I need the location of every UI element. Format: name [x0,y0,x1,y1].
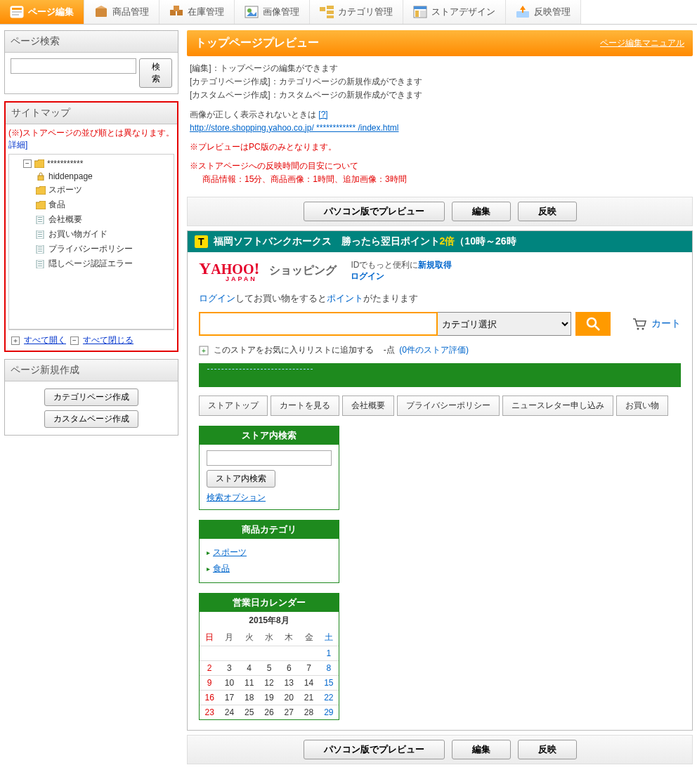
tree-item[interactable]: 食品 [36,197,172,212]
store-search-button[interactable] [575,312,611,336]
search-icon [586,317,600,331]
collapse-icon[interactable]: − [70,337,79,345]
store-tab[interactable]: カートを見る [271,396,339,416]
tree-item[interactable]: 会社概要 [36,212,172,227]
calendar-day[interactable]: 6 [279,661,299,676]
expand-icon[interactable]: ＋ [11,337,20,345]
calendar-day[interactable]: 1 [319,646,339,661]
reflect-button[interactable]: 反映 [518,740,577,759]
calendar-day[interactable]: 18 [240,691,259,705]
tree-item-label: スポーツ [48,184,82,196]
calendar-day[interactable] [259,646,279,661]
calendar-day[interactable]: 17 [219,691,239,705]
page-search-input[interactable] [11,58,136,74]
tree-root-node[interactable]: − *********** [23,157,172,170]
preview-pc-button[interactable]: パソコン版でプレビュー [304,740,445,759]
calendar-day[interactable]: 27 [279,705,299,720]
help-link[interactable]: [?] [318,110,327,119]
calendar-day[interactable]: 24 [219,705,239,720]
store-tab[interactable]: ニュースレター申し込み [502,396,613,416]
calendar-dow: 水 [259,629,279,646]
calendar-day[interactable] [299,646,318,661]
nav-inventory[interactable]: 在庫管理 [159,0,235,24]
create-custom-page-button[interactable]: カスタムページ作成 [44,410,138,428]
tree-item[interactable]: 隠しページ認証エラー [36,256,172,271]
calendar-day[interactable]: 23 [200,705,219,720]
nav-page-edit[interactable]: ページ編集 [0,0,84,24]
calendar-day[interactable] [200,646,219,661]
store-search-input[interactable] [199,312,438,336]
calendar-day[interactable]: 11 [240,676,259,691]
calendar-day[interactable]: 8 [319,661,339,676]
store-search-widget: ストア内検索 ストア内検索 検索オプション [199,426,339,510]
page-search-button[interactable]: 検索 [139,58,172,88]
campaign-banner[interactable]: T 福岡ソフトバンクホークス 勝ったら翌日ポイント2倍（10時～26時 [188,231,692,252]
calendar-day[interactable]: 2 [200,661,219,676]
calendar-day[interactable]: 10 [219,676,239,691]
calendar-day[interactable]: 14 [299,676,318,691]
tree-item[interactable]: お買い物ガイド [36,227,172,242]
collapse-all-link[interactable]: すべて閉じる [83,334,133,346]
sitemap-panel: サイトマップ (※)ストアページの並び順とは異なります。 詳細] − *****… [4,101,178,352]
calendar-day[interactable]: 9 [200,676,219,691]
nav-reflect[interactable]: 反映管理 [506,0,581,24]
manual-link[interactable]: ページ編集マニュアル [600,37,684,49]
search-options-link[interactable]: 検索オプション [207,492,266,502]
calendar-day[interactable]: 15 [319,676,339,691]
login-link[interactable]: ログイン [351,271,384,281]
expand-all-link[interactable]: すべて開く [24,334,66,346]
tree-item[interactable]: プライバシーポリシー [36,242,172,256]
calendar-day[interactable]: 12 [259,676,279,691]
calendar-day[interactable]: 3 [219,661,239,676]
category-item[interactable]: スポーツ [207,544,332,561]
reflect-icon [516,6,530,18]
sitemap-detail-link[interactable]: 詳細] [8,140,27,150]
category-select[interactable]: カテゴリ選択 [438,312,571,336]
calendar-day[interactable]: 25 [240,705,259,720]
edit-button[interactable]: 編集 [452,202,511,221]
login-link-2[interactable]: ログイン [199,293,235,303]
nav-image[interactable]: 画像管理 [235,0,310,24]
reflect-button[interactable]: 反映 [518,202,577,221]
nav-category[interactable]: カテゴリ管理 [310,0,403,24]
calendar-day[interactable]: 22 [319,691,339,705]
yahoo-logo[interactable]: YAHOO! JAPAN [199,259,259,282]
calendar-day[interactable] [219,646,239,661]
preview-url-link[interactable]: http://store.shopping.yahoo.co.jp/ *****… [190,123,399,133]
store-tab[interactable]: 会社概要 [342,396,394,416]
preview-pc-button[interactable]: パソコン版でプレビュー [304,202,445,221]
nav-product[interactable]: 商品管理 [84,0,159,24]
calendar-day[interactable]: 5 [259,661,279,676]
calendar-day[interactable]: 20 [279,691,299,705]
in-store-search-button[interactable]: ストア内検索 [207,470,275,488]
category-item[interactable]: 食品 [207,561,332,577]
store-tab[interactable]: プライバシーポリシー [397,396,500,416]
tree-item[interactable]: hiddenpage [36,170,172,183]
add-favorite-link[interactable]: このストアをお気に入りリストに追加する [214,345,374,355]
store-tab[interactable]: お買い物 [616,396,668,416]
add-favorite-icon[interactable]: + [199,346,209,355]
new-registration-link[interactable]: 新規取得 [418,260,452,270]
calendar-day[interactable]: 4 [240,661,259,676]
tree-item[interactable]: スポーツ [36,183,172,197]
calendar-day[interactable]: 26 [259,705,279,720]
collapse-icon[interactable]: − [23,159,32,168]
calendar-day[interactable]: 29 [319,705,339,720]
create-category-page-button[interactable]: カテゴリページ作成 [44,388,138,406]
edit-button[interactable]: 編集 [452,740,511,759]
sitemap-tree[interactable]: − *********** hiddenpageスポーツ食品会社概要お買い物ガイ… [8,154,174,329]
calendar-day[interactable] [279,646,299,661]
calendar-day[interactable]: 28 [299,705,318,720]
in-store-search-input[interactable] [207,450,332,466]
calendar-day[interactable] [240,646,259,661]
cart-button[interactable]: カート [632,312,681,336]
nav-design[interactable]: ストアデザイン [403,0,506,24]
calendar-day[interactable]: 13 [279,676,299,691]
calendar-day[interactable]: 16 [200,691,219,705]
store-tab[interactable]: ストアトップ [199,396,268,416]
calendar-day[interactable]: 21 [299,691,318,705]
point-link[interactable]: ポイント [327,293,363,303]
reviews-link[interactable]: (0件のストア評価) [399,345,469,355]
calendar-day[interactable]: 19 [259,691,279,705]
calendar-day[interactable]: 7 [299,661,318,676]
